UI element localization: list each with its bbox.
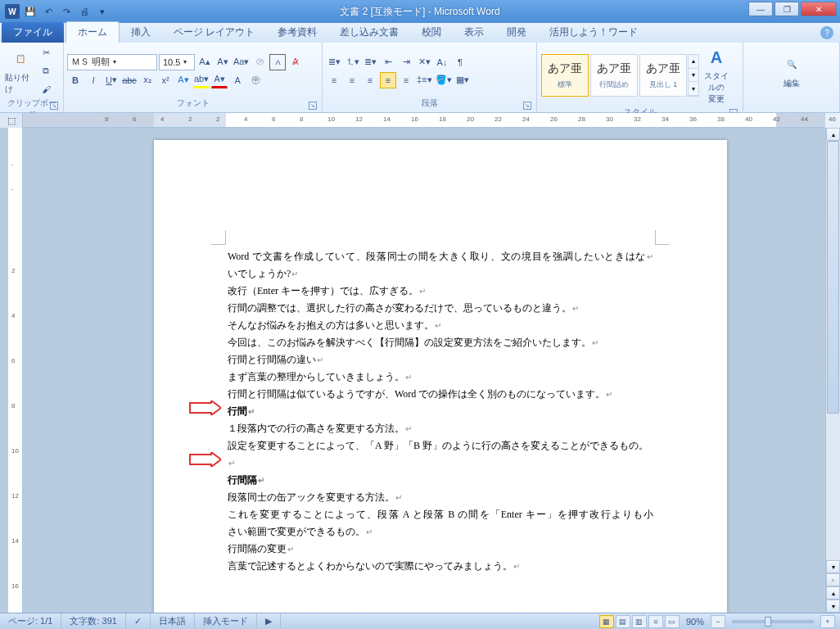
phonetic-guide-icon[interactable]: ㋐	[251, 54, 268, 70]
asian-layout-icon[interactable]: ✕▾	[416, 54, 432, 70]
view-draft-icon[interactable]: ▭	[665, 615, 680, 628]
italic-button[interactable]: I	[85, 72, 102, 88]
zoom-out-button[interactable]: −	[711, 615, 725, 628]
text-line: 今回は、このお悩みを解決すべく【行間隔】の設定変更方法をご紹介いたします。	[228, 334, 653, 351]
browse-object-icon[interactable]: ◦	[826, 573, 840, 586]
clear-formatting-icon[interactable]: A̷	[287, 54, 304, 70]
view-outline-icon[interactable]: ≡	[648, 615, 663, 628]
font-dialog-launcher[interactable]: ↘	[309, 102, 317, 110]
red-arrow-annotation	[188, 400, 221, 417]
increase-indent-icon[interactable]: ⇥	[398, 54, 414, 70]
status-macro-icon[interactable]: ▶	[257, 613, 281, 629]
decrease-indent-icon[interactable]: ⇤	[380, 54, 396, 70]
prev-page-icon[interactable]: ▴	[826, 586, 840, 600]
paste-icon: 📋	[9, 48, 32, 70]
line-spacing-icon[interactable]: ‡≡▾	[416, 72, 433, 88]
tab-mailings[interactable]: 差し込み文書	[328, 22, 410, 43]
clipboard-dialog-launcher[interactable]: ↘	[50, 102, 58, 110]
format-painter-icon[interactable]: 🖌	[38, 81, 54, 97]
style-no-spacing[interactable]: あア亜行間詰め	[590, 54, 638, 97]
tab-addins[interactable]: 活用しよう！ワード	[538, 22, 649, 43]
document-area[interactable]: Word で文書を作成していて、段落同士の間を大きく取り、文の境目を強調したいと…	[23, 128, 825, 613]
cut-icon[interactable]: ✂	[38, 45, 54, 61]
character-shading-icon[interactable]: A	[229, 72, 246, 88]
font-name-combo[interactable]: ＭＳ 明朝▾	[67, 54, 157, 70]
help-icon[interactable]: ?	[820, 26, 833, 39]
change-case-icon[interactable]: Aa▾	[233, 54, 250, 70]
view-web-icon[interactable]: ▥	[632, 615, 647, 628]
superscript-button[interactable]: x²	[157, 72, 174, 88]
multilevel-list-icon[interactable]: ≣▾	[362, 54, 378, 70]
zoom-slider[interactable]	[732, 620, 814, 623]
paste-button[interactable]: 📋 貼り付け	[3, 46, 38, 97]
shrink-font-icon[interactable]: A▾	[215, 54, 231, 70]
scroll-up-icon[interactable]: ▴	[826, 128, 840, 141]
vertical-scrollbar[interactable]: ▴ ▾ ◦ ▴ ▾	[825, 128, 840, 613]
status-bar: ページ: 1/1 文字数: 391 ✓ 日本語 挿入モード ▶ ▦ ▤ ▥ ≡ …	[0, 613, 840, 629]
horizontal-ruler[interactable]: 8642246810121416182022242628303234363840…	[23, 113, 825, 128]
paragraph-dialog-launcher[interactable]: ↘	[523, 102, 531, 110]
show-marks-icon[interactable]: ¶	[452, 54, 468, 70]
align-center-icon[interactable]: ≡	[344, 72, 360, 88]
tab-file[interactable]: ファイル	[2, 22, 64, 43]
find-icon: 🔍	[780, 53, 803, 76]
character-border-icon[interactable]: A	[269, 54, 286, 70]
text-line: １段落内での行の高さを変更する方法。	[228, 420, 653, 437]
tab-page-layout[interactable]: ページ レイアウト	[162, 22, 266, 43]
borders-icon[interactable]: ▦▾	[454, 72, 471, 88]
align-left-icon[interactable]: ≡	[326, 72, 342, 88]
status-insert-mode[interactable]: 挿入モード	[195, 613, 257, 629]
font-size-combo[interactable]: 10.5▾	[159, 54, 195, 70]
ruler-toggle[interactable]: ⬚	[0, 113, 23, 128]
style-normal[interactable]: あア亜標準	[541, 54, 589, 97]
document-content[interactable]: Word で文書を作成していて、段落同士の間を大きく取り、文の境目を強調したいと…	[228, 248, 653, 575]
tab-review[interactable]: 校閲	[410, 22, 453, 43]
group-font: ＭＳ 明朝▾ 10.5▾ A▴ A▾ Aa▾ ㋐ A A̷ B I U▾ abc…	[64, 43, 323, 112]
view-print-layout-icon[interactable]: ▦	[599, 615, 614, 628]
editing-button[interactable]: 🔍 編集	[775, 52, 809, 91]
scroll-down-icon[interactable]: ▾	[826, 560, 840, 573]
change-styles-icon: A	[705, 46, 728, 69]
text-line: そんなお悩みをお抱えの方は多いと思います。	[228, 317, 653, 334]
bullets-icon[interactable]: ≣▾	[326, 54, 342, 70]
font-color-icon[interactable]: A▾	[211, 72, 228, 88]
text-effects-icon[interactable]: A▾	[175, 72, 192, 88]
text-line: 改行（Enter キーを押す）では、広すぎる。	[228, 283, 653, 300]
status-language[interactable]: 日本語	[151, 613, 195, 629]
enclose-characters-icon[interactable]: ㊥	[247, 72, 264, 88]
strikethrough-button[interactable]: abc	[121, 72, 138, 88]
crop-mark	[211, 230, 226, 245]
bold-button[interactable]: B	[67, 72, 84, 88]
scroll-thumb[interactable]	[827, 141, 839, 414]
copy-icon[interactable]: ⧉	[38, 63, 54, 79]
align-right-icon[interactable]: ≡	[362, 72, 378, 88]
view-fullscreen-icon[interactable]: ▤	[616, 615, 630, 628]
status-word-count[interactable]: 文字数: 391	[61, 613, 125, 629]
numbering-icon[interactable]: ⒈▾	[344, 54, 360, 70]
highlight-color-icon[interactable]: ab▾	[193, 72, 210, 88]
zoom-in-button[interactable]: +	[820, 615, 835, 628]
sort-icon[interactable]: A↓	[434, 54, 450, 70]
grow-font-icon[interactable]: A▴	[196, 54, 213, 70]
minimize-button[interactable]: —	[748, 2, 773, 16]
justify-icon[interactable]: ≡	[380, 72, 396, 88]
style-heading1[interactable]: あア亜見出し 1	[639, 54, 687, 97]
tab-references[interactable]: 参考資料	[266, 22, 328, 43]
styles-scroll[interactable]: ▴▾▾	[688, 54, 699, 97]
tab-home[interactable]: ホーム	[65, 21, 120, 43]
underline-button[interactable]: U▾	[103, 72, 120, 88]
subscript-button[interactable]: x₂	[139, 72, 156, 88]
close-button[interactable]: ✕	[801, 2, 837, 16]
shading-icon[interactable]: 🪣▾	[435, 72, 453, 88]
distributed-icon[interactable]: ≡	[398, 72, 414, 88]
tab-developer[interactable]: 開発	[495, 22, 538, 43]
tab-view[interactable]: 表示	[453, 22, 495, 43]
vertical-ruler[interactable]: -- 24 68 1012 1416	[8, 128, 23, 613]
tab-insert[interactable]: 挿入	[120, 22, 162, 43]
maximize-button[interactable]: ❐	[775, 2, 799, 16]
status-proofing-icon[interactable]: ✓	[126, 613, 151, 629]
next-page-icon[interactable]: ▾	[826, 600, 840, 613]
zoom-level[interactable]: 90%	[686, 617, 704, 627]
change-styles-button[interactable]: A スタイルの 変更	[699, 44, 734, 106]
status-page[interactable]: ページ: 1/1	[0, 613, 61, 629]
